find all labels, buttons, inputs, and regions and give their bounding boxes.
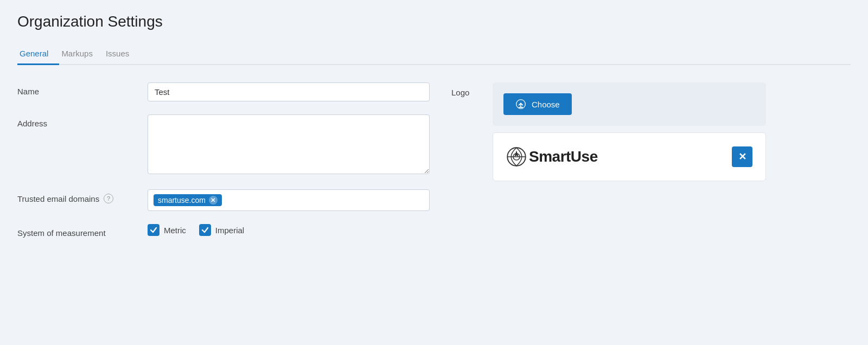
tab-markups[interactable]: Markups bbox=[59, 43, 104, 65]
address-row: Address bbox=[17, 114, 430, 176]
logo-delete-button[interactable]: ✕ bbox=[732, 146, 752, 167]
tab-issues[interactable]: Issues bbox=[104, 43, 140, 65]
smartuse-logo: SmartUse bbox=[506, 146, 598, 167]
smartuse-brand-icon bbox=[506, 146, 527, 167]
checkboxes-row: Metric Imperial bbox=[148, 224, 430, 236]
smartuse-logo-text: SmartUse bbox=[529, 148, 598, 165]
logo-section: Logo Choose bbox=[451, 82, 766, 181]
logo-upload-area: Choose bbox=[493, 82, 766, 181]
name-label: Name bbox=[17, 82, 148, 96]
content-area: Name Address Trusted email domains bbox=[17, 82, 851, 251]
address-label: Address bbox=[17, 114, 148, 128]
imperial-label: Imperial bbox=[215, 226, 244, 235]
address-input[interactable] bbox=[148, 114, 430, 174]
page-container: Organization Settings General Markups Is… bbox=[0, 0, 868, 345]
logo-label: Logo bbox=[451, 82, 484, 97]
imperial-check-icon bbox=[201, 226, 209, 234]
metric-label: Metric bbox=[164, 226, 186, 235]
metric-check-icon bbox=[150, 226, 157, 234]
help-icon[interactable]: ? bbox=[104, 194, 113, 203]
measurement-checkboxes: Metric Imperial bbox=[148, 224, 430, 236]
email-tag: smartuse.com ✕ bbox=[154, 194, 222, 206]
upload-box: Choose bbox=[493, 82, 766, 126]
trusted-email-tag-input[interactable]: smartuse.com ✕ bbox=[148, 189, 430, 211]
name-row: Name bbox=[17, 82, 430, 101]
right-panel: Logo Choose bbox=[451, 82, 766, 181]
name-field-container bbox=[148, 82, 430, 101]
choose-button[interactable]: Choose bbox=[503, 93, 572, 115]
name-input[interactable] bbox=[148, 82, 430, 101]
address-field-container bbox=[148, 114, 430, 176]
left-panel: Name Address Trusted email domains bbox=[17, 82, 430, 251]
tab-general[interactable]: General bbox=[17, 43, 59, 65]
trusted-email-row: Trusted email domains ? smartuse.com ✕ bbox=[17, 189, 430, 211]
trusted-email-field-container: smartuse.com ✕ bbox=[148, 189, 430, 211]
page-title: Organization Settings bbox=[17, 13, 851, 30]
imperial-checkbox[interactable] bbox=[199, 224, 211, 236]
upload-icon bbox=[515, 99, 526, 110]
imperial-checkbox-item[interactable]: Imperial bbox=[199, 224, 244, 236]
tabs-container: General Markups Issues bbox=[17, 43, 851, 65]
metric-checkbox[interactable] bbox=[148, 224, 159, 236]
metric-checkbox-item[interactable]: Metric bbox=[148, 224, 186, 236]
choose-button-label: Choose bbox=[532, 100, 560, 109]
email-tag-text: smartuse.com bbox=[158, 196, 206, 205]
system-of-measurement-label: System of measurement bbox=[17, 224, 148, 238]
logo-preview-box: SmartUse ✕ bbox=[493, 132, 766, 181]
system-of-measurement-row: System of measurement Metric bbox=[17, 224, 430, 238]
email-tag-remove-button[interactable]: ✕ bbox=[209, 196, 218, 205]
trusted-email-label: Trusted email domains ? bbox=[17, 189, 148, 203]
